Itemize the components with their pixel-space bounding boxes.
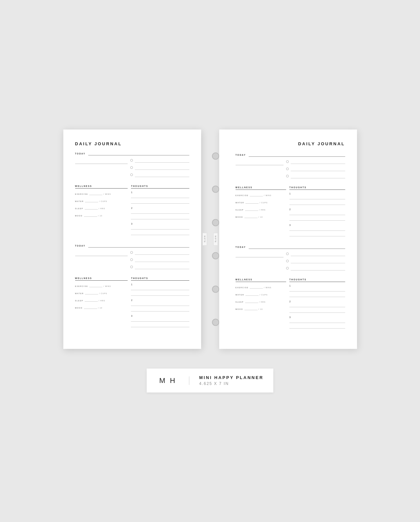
right-wellness-label-1: WELLNESS <box>236 186 286 189</box>
right-page-title: DAILY JOURNAL <box>236 141 345 146</box>
checkbox-line <box>135 265 189 269</box>
water-unit: / CUPS <box>99 200 107 202</box>
left-page-title: DAILY JOURNAL <box>75 141 189 146</box>
thought-number: 3 <box>131 315 189 317</box>
pages-container: DAILY JOURNAL TODAY <box>63 130 357 349</box>
checkbox-circle <box>130 258 133 261</box>
left-today-label-1: TODAY <box>75 152 86 155</box>
thought-number: 3 <box>289 224 345 226</box>
left-checkbox-row <box>130 158 189 163</box>
left-checkbox-row <box>130 165 189 170</box>
left-thoughts-label-2: THOUGHTS <box>131 277 189 279</box>
right-thoughts-col-1: THOUGHTS 1 2 <box>289 182 345 240</box>
left-checkboxes-1 <box>130 158 189 177</box>
left-checkbox-row <box>130 172 189 177</box>
right-wellness-col-1: WELLNESS EXERCISE / MINS WATER / CUPS SL… <box>236 182 286 240</box>
checkbox-line <box>135 165 189 170</box>
ring <box>212 252 219 259</box>
right-today-label-2: TODAY <box>236 246 246 248</box>
ring <box>212 319 219 326</box>
left-checkbox-row <box>130 257 189 262</box>
left-today-line-1 <box>88 151 189 155</box>
checkbox-circle <box>286 168 289 170</box>
left-section1: TODAY <box>75 151 189 238</box>
ring <box>212 219 219 226</box>
thought-number: 2 <box>131 299 189 301</box>
left-wellness-thoughts-2: WELLNESS EXERCISE / MINS WATER / CUPS SL… <box>75 272 189 331</box>
right-today-label-1: TODAY <box>236 154 246 156</box>
right-checkboxes-2 <box>286 251 345 271</box>
left-section2: TODAY <box>75 244 189 331</box>
rings-container <box>212 130 219 349</box>
left-wellness-label-1: WELLNESS <box>75 185 128 187</box>
left-today-line-2 <box>88 244 189 248</box>
sleep-label: SLEEP <box>75 208 83 210</box>
ring <box>212 286 219 293</box>
bottom-info: M H MINI HAPPY PLANNER 4.625 X 7 IN <box>147 369 273 392</box>
right-checkboxes-1 <box>286 159 345 178</box>
left-thoughts-col-2: THOUGHTS 1 2 <box>131 272 189 331</box>
right-section2: TODAY <box>236 245 345 332</box>
right-today-line-2 <box>249 245 345 249</box>
checkbox-line <box>135 172 189 177</box>
thought-number: 2 <box>289 300 345 303</box>
product-info: MINI HAPPY PLANNER 4.625 X 7 IN <box>199 375 263 386</box>
thought-number: 1 <box>131 191 189 193</box>
checkbox-circle <box>130 159 133 162</box>
right-wellness-label-2: WELLNESS <box>236 278 286 281</box>
right-thoughts-col-2: THOUGHTS 1 2 <box>289 274 345 332</box>
left-note-tab: NOTE <box>202 233 207 246</box>
checkbox-circle <box>130 266 133 268</box>
thought-number: 1 <box>289 192 345 195</box>
checkbox-circle <box>130 173 133 176</box>
exercise-unit: / MINS <box>103 193 111 195</box>
left-thoughts-col-1: THOUGHTS 1 2 <box>131 180 189 238</box>
right-today-line-1 <box>249 153 345 157</box>
right-thoughts-label-2: THOUGHTS <box>289 278 345 281</box>
checkbox-circle <box>130 166 133 169</box>
left-checkbox-row <box>130 265 189 269</box>
checkbox-circle <box>130 251 133 254</box>
left-wellness-col-2: WELLNESS EXERCISE / MINS WATER / CUPS SL… <box>75 272 128 331</box>
ring <box>212 186 219 193</box>
right-wellness-col-2: WELLNESS EXERCISE / MINS WATER / CUPS SL… <box>236 274 286 332</box>
left-wellness-thoughts-1: WELLNESS EXERCISE / MINS WATER / CUPS SL… <box>75 180 189 238</box>
right-page: DAILY JOURNAL TODAY <box>219 130 357 349</box>
checkbox-circle <box>286 175 289 177</box>
right-thoughts-label-1: THOUGHTS <box>289 186 345 189</box>
left-thoughts-label-1: THOUGHTS <box>131 185 189 187</box>
thought-number: 2 <box>131 207 189 209</box>
product-name: MINI HAPPY PLANNER <box>199 375 263 380</box>
thought-number: 1 <box>289 285 345 287</box>
brand-logo: M H <box>157 376 189 385</box>
right-wellness-thoughts-2: WELLNESS EXERCISE / MINS WATER / CUPS SL… <box>236 274 345 332</box>
thought-number: 3 <box>289 316 345 318</box>
thought-number: 2 <box>289 208 345 211</box>
checkbox-circle <box>286 260 289 262</box>
product-size: 4.625 X 7 IN <box>199 381 263 386</box>
right-wellness-thoughts-1: WELLNESS EXERCISE / MINS WATER / CUPS SL… <box>236 182 345 240</box>
left-wellness-col-1: WELLNESS EXERCISE / MINS WATER / CUPS SL… <box>75 180 128 238</box>
exercise-label: EXERCISE <box>75 193 88 195</box>
water-label: WATER <box>75 200 84 202</box>
left-today-label-2: TODAY <box>75 245 86 247</box>
thought-number: 1 <box>131 283 189 286</box>
checkbox-line <box>135 257 189 262</box>
left-page: DAILY JOURNAL TODAY <box>63 130 201 349</box>
thought-number: 3 <box>131 223 189 225</box>
checkbox-line <box>135 158 189 163</box>
mood-unit: / 10 <box>98 215 102 217</box>
checkbox-circle <box>286 252 289 255</box>
right-section1: TODAY <box>236 153 345 240</box>
left-wellness-label-2: WELLNESS <box>75 277 128 279</box>
checkbox-circle <box>286 267 289 270</box>
checkbox-circle <box>286 160 289 163</box>
mood-label: MOOD <box>75 215 83 217</box>
sleep-unit: / HRS <box>99 208 105 210</box>
left-checkboxes-2 <box>130 250 189 269</box>
checkbox-line <box>135 250 189 255</box>
left-checkbox-row <box>130 250 189 255</box>
ring <box>212 152 219 160</box>
